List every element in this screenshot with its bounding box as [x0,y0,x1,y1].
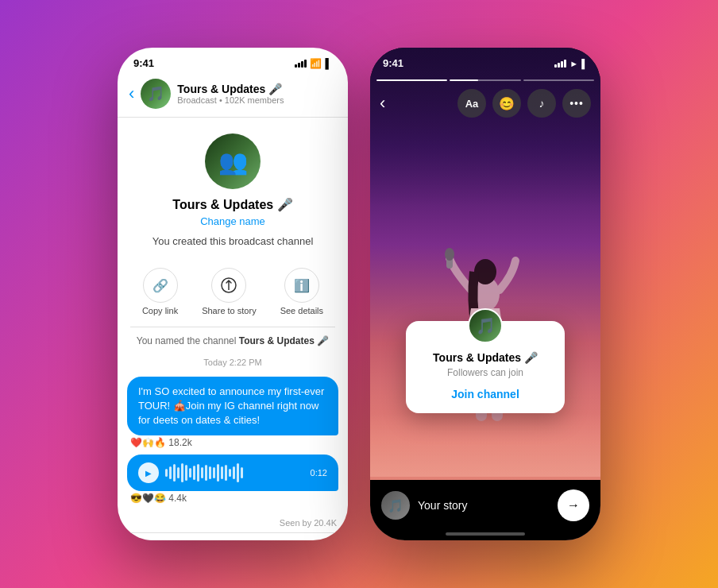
svg-point-7 [445,248,454,261]
header-subtitle: Broadcast • 102K members [177,95,337,105]
story-progress-bars [376,79,594,81]
profile-avatar [205,133,261,189]
copy-link-action[interactable]: 🔗 Copy link [142,268,178,315]
share-story-action[interactable]: Share to story [202,268,256,315]
story-back-button[interactable]: ‹ [380,93,385,114]
progress-bar-2 [450,79,520,81]
wifi-icon: 📶 [310,58,322,69]
left-phone: 9:41 📶 ▌ ‹ 🎵 Tours & Updates 🎤 Broadca [118,48,348,540]
story-bottom-bar: 🎵 Your story → [370,480,600,540]
change-name-link[interactable]: Change name [200,215,265,227]
copy-link-icon: 🔗 [143,268,178,303]
right-time: 9:41 [383,57,403,69]
profile-section: Tours & Updates 🎤 Change name You create… [118,118,348,257]
music-icon-button[interactable]: ♪ [527,89,556,118]
story-photo [370,48,600,540]
more-icon-button[interactable]: ••• [562,89,591,118]
play-button[interactable]: ▶ [138,462,159,483]
right-battery-icon: ▌ [581,59,588,68]
see-details-action[interactable]: ℹ️ See details [280,268,323,315]
battery-icon: ▌ [325,58,332,69]
channel-card-subtitle: Followers can join [419,367,552,378]
right-home-indicator [446,532,525,536]
join-channel-button[interactable]: Join channel [419,388,552,400]
right-phone: 9:41 ► ▌ [370,48,600,540]
voice-duration: 0:12 [311,468,327,478]
channel-card-avatar: 🎵 [468,308,503,343]
right-status-icons: ► ▌ [554,59,588,68]
progress-bar-3 [523,79,594,81]
story-next-button[interactable]: → [558,489,589,521]
see-details-label: See details [280,306,323,315]
share-story-icon [211,268,246,303]
chat-header: ‹ 🎵 Tours & Updates 🎤 Broadcast • 102K m… [118,74,348,118]
action-row: 🔗 Copy link Share to story ℹ️ See detail… [118,257,348,327]
left-status-icons: 📶 ▌ [295,58,332,69]
signal-icon [295,60,307,68]
right-status-bar: 9:41 ► ▌ [370,48,600,74]
header-info: Tours & Updates 🎤 Broadcast • 102K membe… [177,83,337,105]
channel-card: 🎵 Tours & Updates 🎤 Followers can join J… [406,321,565,413]
channel-card-name: Tours & Updates 🎤 [419,351,552,364]
message-input-row: Message... 🎙 🖼 + [118,532,348,540]
profile-name: Tours & Updates 🎤 [172,197,292,212]
message-reactions-1[interactable]: ❤️🙌🔥 18.2k [127,437,338,448]
message-text-1: I'm SO excited to announce my first-ever… [138,385,324,426]
system-message: You named the channel Tours & Updates 🎤 [118,327,348,354]
progress-bar-1 [376,79,447,81]
voice-message: ▶ [127,455,338,491]
story-background: 9:41 ► ▌ [370,48,600,540]
left-status-bar: 9:41 📶 ▌ [118,48,348,74]
phones-container: 9:41 📶 ▌ ‹ 🎵 Tours & Updates 🎤 Broadca [118,48,600,540]
story-user-avatar: 🎵 [381,491,410,520]
story-icon-group: Aa 😊 ♪ ••• [457,89,591,118]
story-top-controls: ‹ Aa 😊 ♪ ••• [370,89,600,118]
text-icon-button[interactable]: Aa [457,89,486,118]
profile-description: You created this broadcast channel [152,235,314,247]
left-time: 9:41 [133,57,154,69]
see-details-icon: ℹ️ [284,268,319,303]
message-reactions-2[interactable]: 😎🖤😂 4.4k [127,493,338,504]
message-bubble-1: I'm SO excited to announce my first-ever… [127,377,338,436]
header-avatar: 🎵 [141,79,171,109]
sticker-icon-button[interactable]: 😊 [492,89,521,118]
messages-area: I'm SO excited to announce my first-ever… [118,373,348,517]
waveform [165,463,304,482]
back-button[interactable]: ‹ [129,83,134,104]
seen-by: Seen by 20.4K [118,516,348,532]
header-channel-name: Tours & Updates 🎤 [177,83,337,95]
copy-link-label: Copy link [142,306,178,315]
share-story-label: Share to story [202,306,256,315]
message-input[interactable]: Message... [127,540,272,540]
right-signal-icon [554,60,566,68]
story-label: Your story [418,499,550,512]
right-wifi-icon: ► [569,59,578,68]
message-timestamp: Today 2:22 PM [118,354,348,373]
